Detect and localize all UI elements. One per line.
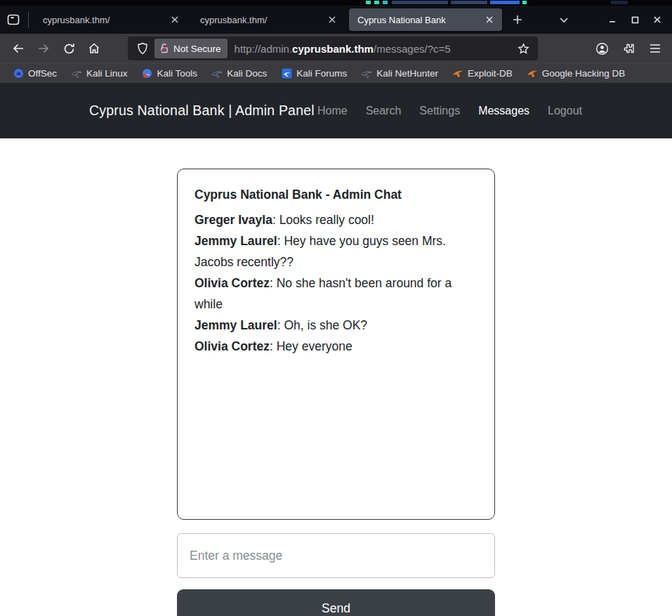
desktop-fragment [374, 1, 379, 4]
back-button[interactable] [7, 37, 29, 60]
bookmark-label: Exploit-DB [468, 68, 513, 79]
maximize-button[interactable] [624, 9, 645, 30]
chat-sender: Greger Ivayla [195, 213, 272, 227]
desktop-fragment [366, 1, 371, 4]
site-nav: Home Search Settings Messages Logout [317, 105, 582, 117]
toolbar-right-buttons [591, 37, 666, 60]
bookmark-kali-nethunter[interactable]: Kali NetHunter [355, 66, 444, 81]
forward-icon [37, 42, 50, 55]
back-icon [12, 42, 25, 55]
menu-button[interactable] [644, 37, 666, 60]
chat-separator: : [277, 234, 284, 248]
chat-message: Jemmy Laurel: Hey have you guys seen Mrs… [195, 230, 477, 273]
tab-title: Cyprus National Bank [357, 15, 482, 25]
bookmark-label: Google Hacking DB [542, 68, 626, 79]
url-text[interactable]: http://admin.cyprusbank.thm/messages/?c=… [235, 43, 514, 55]
desktop-fragment [451, 1, 487, 4]
messages-content: Cyprus National Bank - Admin Chat Greger… [177, 169, 495, 616]
chat-separator: : [270, 339, 277, 353]
url-bar[interactable]: Not Secure http://admin.cyprusbank.thm/m… [128, 37, 538, 60]
tab-title: cyprusbank.thm/ [200, 15, 325, 25]
desktop-fragment [522, 1, 527, 4]
bookmark-kali-linux[interactable]: Kali Linux [65, 66, 133, 81]
chat-text: Looks really cool! [279, 213, 374, 227]
bookmark-kali-forums[interactable]: Kali Forums [275, 66, 353, 81]
bookmark-label: Kali NetHunter [376, 68, 438, 79]
reload-icon [63, 43, 75, 55]
close-window-button[interactable] [647, 9, 668, 30]
bookmark-star-button[interactable] [514, 39, 532, 58]
home-button[interactable] [83, 37, 105, 60]
chat-message: Olivia Cortez: No she hasn't been around… [195, 273, 477, 315]
chat-separator: : [270, 276, 277, 290]
broken-lock-icon [159, 43, 170, 54]
chevron-down-icon [559, 15, 569, 25]
screen: cyprusbank.thm/ cyprusbank.thm/ Cyprus N… [0, 0, 672, 616]
firefox-view-button[interactable] [0, 8, 27, 31]
tab-close-icon[interactable] [325, 13, 339, 27]
desktop-fragment [611, 1, 628, 4]
bookmark-label: Kali Linux [86, 68, 128, 79]
nav-link-home[interactable]: Home [317, 105, 348, 117]
chat-text: Oh, is she OK? [284, 318, 367, 332]
kali-forums-favicon [281, 68, 292, 79]
navigation-toolbar: Not Secure http://admin.cyprusbank.thm/m… [0, 34, 672, 63]
forward-button[interactable] [32, 37, 55, 60]
tab-1[interactable]: cyprusbank.thm/ [34, 8, 187, 31]
tab-close-icon[interactable] [168, 13, 182, 27]
desktop-strip [0, 0, 672, 6]
bookmark-kali-docs[interactable]: Kali Docs [206, 66, 272, 81]
reload-button[interactable] [58, 37, 80, 60]
bookmark-google-hacking-db[interactable]: Google Hacking DB [521, 66, 631, 81]
desktop-fragment [490, 1, 520, 4]
kali-dragon-favicon [211, 68, 223, 79]
chat-message: Olivia Cortez: Hey everyone [195, 336, 477, 357]
minimize-icon [608, 15, 617, 24]
tab-title: cyprusbank.thm/ [43, 15, 168, 25]
url-domain: cyprusbank.thm [292, 43, 374, 55]
nav-link-logout[interactable]: Logout [548, 105, 582, 117]
tab-close-icon[interactable] [482, 13, 496, 27]
account-icon [595, 42, 609, 55]
new-tab-button[interactable] [506, 8, 529, 31]
exploit-db-favicon [452, 68, 463, 79]
bookmark-label: Kali Tools [157, 68, 198, 79]
message-input[interactable] [177, 533, 495, 578]
kali-tools-favicon [142, 68, 153, 79]
tab-bar: cyprusbank.thm/ cyprusbank.thm/ Cyprus N… [0, 6, 672, 34]
bookmark-exploit-db[interactable]: Exploit-DB [447, 66, 518, 81]
tracking-shield-icon[interactable] [133, 39, 152, 58]
kali-dragon-favicon [361, 68, 372, 79]
url-path: /messages/?c=5 [374, 43, 451, 55]
bookmark-offsec[interactable]: OffSec [7, 66, 62, 81]
desktop-fragment [383, 1, 388, 4]
chat-title: Cyprus National Bank - Admin Chat [195, 188, 477, 202]
list-all-tabs-button[interactable] [553, 8, 575, 31]
tab-2[interactable]: cyprusbank.thm/ [192, 8, 345, 31]
nav-link-settings[interactable]: Settings [419, 105, 460, 117]
bookmark-label: Kali Forums [296, 68, 347, 79]
site-header: Cyprus National Bank | Admin Panel Home … [0, 83, 672, 138]
firefox-view-icon [6, 13, 20, 27]
minimize-button[interactable] [602, 9, 623, 30]
extensions-button[interactable] [617, 37, 640, 60]
bookmark-label: Kali Docs [227, 68, 267, 79]
nav-link-messages[interactable]: Messages [478, 105, 529, 117]
hamburger-icon [650, 44, 661, 53]
chat-sender: Jemmy Laurel [195, 234, 277, 248]
desktop-fragment [392, 1, 448, 4]
plus-icon [513, 15, 522, 25]
nav-link-search[interactable]: Search [366, 105, 402, 117]
home-icon [88, 42, 100, 55]
account-button[interactable] [591, 37, 613, 60]
send-button[interactable]: Send [177, 589, 495, 616]
not-secure-chip[interactable]: Not Secure [154, 39, 228, 58]
chat-sender: Olivia Cortez [195, 276, 270, 290]
chat-sender: Olivia Cortez [195, 339, 270, 353]
chat-separator: : [272, 213, 279, 227]
bookmark-kali-tools[interactable]: Kali Tools [136, 66, 204, 81]
chat-sender: Jemmy Laurel [195, 318, 277, 332]
puzzle-icon [622, 42, 635, 55]
tab-3-active[interactable]: Cyprus National Bank [349, 8, 502, 31]
window-controls [602, 9, 672, 30]
